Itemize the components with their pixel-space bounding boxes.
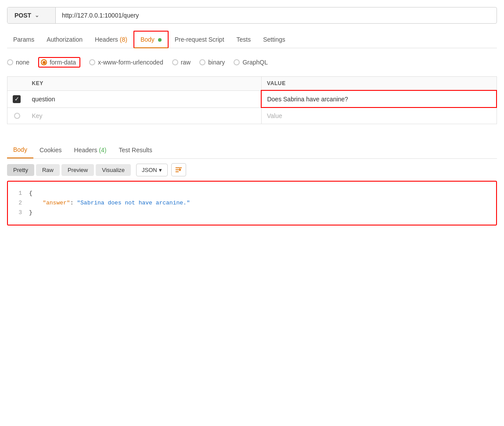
wrap-icon — [175, 166, 183, 174]
radio-graphql-label: GraphQL — [242, 59, 268, 66]
radio-binary-circle — [199, 59, 205, 65]
body-type-row: none form-data x-www-form-urlencoded raw… — [7, 55, 497, 69]
row1-value-cell[interactable]: Does Sabrina have arcanine? — [261, 90, 497, 107]
resp-headers-badge: (4) — [99, 147, 106, 154]
code-brace-open: { — [29, 189, 489, 198]
resp-tab-testresults[interactable]: Test Results — [112, 142, 158, 158]
row2-key-placeholder: Key — [32, 112, 43, 119]
kv-table: KEY VALUE ✓ question Does Sabrina have a… — [7, 76, 497, 124]
code-line-1: 1 { — [15, 189, 489, 198]
headers-badge: (8) — [120, 36, 127, 43]
format-btn-raw[interactable]: Raw — [36, 164, 60, 176]
radio-none[interactable]: none — [7, 59, 29, 66]
line-num-1: 1 — [15, 189, 22, 198]
method-chevron-icon: ⌄ — [35, 12, 39, 18]
format-btn-preview[interactable]: Preview — [61, 164, 94, 176]
tab-settings[interactable]: Settings — [257, 32, 292, 47]
form-data-option-box: form-data — [38, 57, 80, 68]
resp-tab-headers[interactable]: Headers (4) — [68, 142, 113, 158]
row2-value-placeholder: Value — [267, 112, 282, 119]
format-json-label: JSON — [142, 167, 157, 173]
row2-circle — [14, 113, 20, 119]
radio-none-circle — [7, 59, 13, 65]
col-check — [7, 77, 27, 91]
json-answer-value: "Sabrina does not have arcanine." — [77, 200, 190, 206]
format-btn-pretty[interactable]: Pretty — [7, 164, 34, 176]
response-section: Body Cookies Headers (4) Test Results Pr… — [7, 142, 497, 226]
code-line-3: 3 } — [15, 208, 489, 218]
request-tabs: Params Authorization Headers (8) Body Pr… — [7, 31, 497, 48]
row1-checkbox[interactable]: ✓ — [13, 95, 21, 103]
format-chevron-icon: ▾ — [159, 167, 162, 173]
method-label: POST — [14, 12, 31, 19]
tab-params[interactable]: Params — [7, 32, 40, 47]
format-json-select[interactable]: JSON ▾ — [136, 164, 168, 176]
format-btn-visualize[interactable]: Visualize — [96, 164, 131, 176]
col-value: VALUE — [261, 77, 497, 91]
body-dot-icon — [158, 38, 162, 42]
response-tabs: Body Cookies Headers (4) Test Results — [7, 142, 497, 159]
radio-urlencoded-circle — [89, 59, 95, 65]
radio-raw[interactable]: raw — [172, 59, 191, 66]
radio-form-data[interactable]: form-data — [41, 59, 76, 66]
col-key: KEY — [27, 77, 262, 91]
radio-binary-label: binary — [208, 59, 225, 66]
tab-authorization[interactable]: Authorization — [40, 32, 89, 47]
tab-body[interactable]: Body — [133, 31, 169, 48]
radio-urlencoded-label: x-www-form-urlencoded — [98, 59, 163, 66]
url-bar: POST ⌄ — [7, 7, 497, 24]
method-dropdown[interactable]: POST ⌄ — [7, 7, 56, 23]
row2-check-cell — [7, 107, 27, 124]
radio-graphql[interactable]: GraphQL — [234, 59, 268, 66]
row2-value-cell[interactable]: Value — [261, 107, 497, 124]
line-num-2: 2 — [15, 198, 22, 208]
line-num-3: 3 — [15, 208, 22, 218]
wrap-toggle-button[interactable] — [171, 163, 186, 176]
url-input[interactable] — [56, 7, 497, 23]
radio-graphql-circle — [234, 59, 240, 65]
radio-none-label: none — [16, 59, 29, 66]
radio-form-data-circle — [41, 59, 47, 65]
table-row: ✓ question Does Sabrina have arcanine? — [7, 90, 497, 107]
format-bar: Pretty Raw Preview Visualize JSON ▾ — [7, 159, 497, 181]
resp-tab-cookies[interactable]: Cookies — [33, 142, 68, 158]
response-code-block: 1 { 2 "answer": "Sabrina does not have a… — [7, 181, 497, 226]
radio-raw-label: raw — [181, 59, 191, 66]
code-line-2: 2 "answer": "Sabrina does not have arcan… — [15, 198, 489, 208]
json-answer-key: "answer" — [29, 200, 70, 206]
row1-check-cell: ✓ — [7, 90, 27, 107]
table-row: Key Value — [7, 107, 497, 124]
radio-binary[interactable]: binary — [199, 59, 225, 66]
radio-urlencoded[interactable]: x-www-form-urlencoded — [89, 59, 163, 66]
resp-tab-body[interactable]: Body — [7, 142, 33, 158]
tab-tests[interactable]: Tests — [230, 32, 257, 47]
tab-prerequest[interactable]: Pre-request Script — [169, 32, 230, 47]
radio-form-data-label: form-data — [50, 59, 76, 66]
row2-key-cell[interactable]: Key — [27, 107, 262, 124]
row1-key-cell: question — [27, 90, 262, 107]
tab-headers[interactable]: Headers (8) — [89, 32, 133, 47]
row1-value-text: Does Sabrina have arcanine? — [267, 96, 348, 103]
row1-key-value: question — [32, 96, 55, 103]
radio-raw-circle — [172, 59, 178, 65]
code-brace-close: } — [29, 208, 489, 218]
code-key-value: "answer": "Sabrina does not have arcanin… — [29, 198, 489, 208]
